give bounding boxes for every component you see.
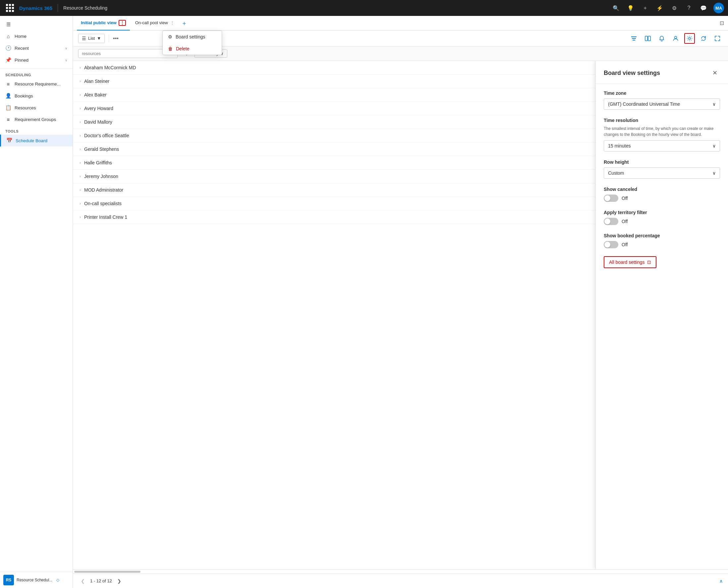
- app-name[interactable]: Dynamics 365: [19, 5, 52, 11]
- booked-percentage-field: Show booked percentage Off: [604, 233, 720, 248]
- list-icon: ☰: [82, 36, 86, 41]
- gear-settings-icon[interactable]: [684, 33, 695, 44]
- diamond-icon: ◇: [56, 578, 59, 582]
- notify-icon[interactable]: [657, 33, 667, 44]
- add-icon[interactable]: ＋: [641, 3, 650, 13]
- expand-icon[interactable]: [712, 33, 723, 44]
- toggle-thumb: [604, 241, 611, 248]
- tab-bar: Initial public view ⋮ On-call pool view …: [73, 16, 728, 30]
- view-toggle-button[interactable]: ☰ List ▼: [78, 34, 105, 43]
- settings-icon[interactable]: ⚙: [670, 3, 679, 13]
- refresh-icon[interactable]: [698, 33, 709, 44]
- resource-name: Abraham McCormick MD: [84, 65, 136, 70]
- person-icon[interactable]: [670, 33, 681, 44]
- row-height-chevron: ∨: [712, 170, 716, 176]
- view-label: List: [88, 36, 95, 41]
- next-page-button[interactable]: ❯: [115, 577, 124, 585]
- sidebar: ☰ ⌂ Home 🕐 Recent ∨ 📌 Pinned ∨ Schedulin…: [0, 16, 73, 588]
- time-resolution-chevron: ∨: [712, 143, 716, 148]
- timezone-select[interactable]: (GMT) Coordinated Universal Time ∨: [604, 99, 720, 110]
- sidebar-label-recent: Recent: [15, 46, 29, 51]
- context-menu-board-settings[interactable]: ⚙ Board settings: [163, 31, 222, 43]
- avatar[interactable]: MA: [713, 3, 724, 13]
- top-nav: Dynamics 365 Resource Scheduling 🔍 💡 ＋ ⚡…: [0, 0, 728, 16]
- top-nav-right: 🔍 💡 ＋ ⚡ ⚙ ? 💬 MA: [612, 3, 724, 13]
- item-chevron: ›: [80, 215, 81, 219]
- sidebar-item-bookings[interactable]: 👤 Bookings: [0, 90, 72, 102]
- settings-title: Board view settings: [604, 70, 660, 77]
- tab-screen-icon[interactable]: ⊡: [720, 20, 724, 26]
- sidebar-item-resources[interactable]: 📋 Resources: [0, 102, 72, 114]
- columns-icon[interactable]: [643, 33, 653, 44]
- pagination-bar: ❮ 1 - 12 of 12 ❯ ∧: [73, 573, 728, 588]
- recent-chevron: ∨: [65, 46, 67, 50]
- toolbar-more-button[interactable]: •••: [113, 36, 119, 41]
- timezone-field: Time zone (GMT) Coordinated Universal Ti…: [604, 90, 720, 110]
- resource-name: Jeremy Johnson: [84, 174, 118, 179]
- settings-header: Board view settings ✕: [596, 61, 728, 84]
- timezone-chevron: ∨: [712, 101, 716, 107]
- nav-divider: [58, 4, 58, 12]
- pagination-nav: ❮ 1 - 12 of 12 ❯: [78, 577, 124, 585]
- lightbulb-icon[interactable]: 💡: [626, 3, 635, 13]
- svg-point-5: [675, 36, 677, 39]
- search-icon[interactable]: 🔍: [612, 3, 621, 13]
- context-menu: ⚙ Board settings 🗑 Delete: [163, 30, 222, 55]
- delete-label: Delete: [176, 46, 189, 51]
- sidebar-footer: RS Resource Schedul... ◇: [0, 572, 72, 588]
- schedule-board-icon: 📅: [6, 138, 12, 144]
- chat-icon[interactable]: 💬: [699, 3, 708, 13]
- tab-add-button[interactable]: ＋: [181, 19, 187, 27]
- territory-toggle[interactable]: [604, 218, 618, 225]
- row-height-field: Row height Custom ∨: [604, 160, 720, 178]
- resource-name: Alan Steiner: [84, 79, 109, 84]
- toolbar-separator: [109, 35, 109, 42]
- sidebar-item-recent[interactable]: 🕐 Recent ∨: [0, 42, 72, 54]
- delete-icon: 🗑: [168, 46, 173, 51]
- tab-options-icon[interactable]: ⋮: [170, 20, 175, 25]
- sidebar-label-requirements: Resource Requireme...: [15, 82, 61, 86]
- collapse-button[interactable]: ∧: [720, 579, 723, 584]
- prev-page-button[interactable]: ❮: [78, 577, 87, 585]
- sidebar-hamburger[interactable]: ☰: [0, 19, 72, 30]
- tab-label-initial: Initial public view: [81, 20, 116, 25]
- show-canceled-toggle[interactable]: [604, 194, 618, 202]
- sidebar-item-requirement-groups[interactable]: ≡ Requirement Groups: [0, 114, 72, 125]
- list-panel: › Abraham McCormick MD › Alan Steiner › …: [73, 61, 728, 569]
- all-board-settings-button[interactable]: All board settings ⊡: [604, 256, 657, 268]
- filter-icon[interactable]: ⚡: [655, 3, 664, 13]
- board-view-settings-panel: Board view settings ✕ Time zone (GMT) Co…: [596, 61, 728, 569]
- sidebar-item-schedule-board[interactable]: 📅 Schedule Board: [0, 134, 72, 147]
- horizontal-scrollbar[interactable]: [73, 569, 728, 573]
- toggle-thumb: [604, 218, 611, 224]
- time-resolution-select[interactable]: 15 minutes ∨: [604, 140, 720, 151]
- scheduling-section: Scheduling: [0, 69, 72, 78]
- resource-name: David Mallory: [84, 119, 112, 125]
- svg-rect-2: [633, 40, 635, 40]
- waffle-menu[interactable]: [4, 2, 16, 14]
- svg-rect-1: [632, 38, 636, 39]
- booked-percentage-label: Show booked percentage: [604, 233, 720, 238]
- timezone-value: (GMT) Coordinated Universal Time: [608, 101, 680, 107]
- settings-close-button[interactable]: ✕: [709, 68, 720, 78]
- screen-icon: ⊡: [720, 20, 724, 26]
- tab-on-call-pool[interactable]: On-call pool view ⋮: [131, 16, 178, 30]
- item-chevron: ›: [80, 201, 81, 206]
- filter-view-icon[interactable]: [628, 33, 639, 44]
- board-settings-icon: ⚙: [168, 34, 172, 39]
- help-icon[interactable]: ?: [684, 3, 693, 13]
- tab-initial-public-view[interactable]: Initial public view ⋮: [77, 16, 130, 30]
- settings-body: Time zone (GMT) Coordinated Universal Ti…: [596, 84, 728, 275]
- booked-toggle[interactable]: [604, 241, 618, 248]
- sidebar-item-home[interactable]: ⌂ Home: [0, 30, 72, 42]
- context-menu-delete[interactable]: 🗑 Delete: [163, 43, 222, 55]
- scrollbar-thumb[interactable]: [74, 571, 141, 573]
- sidebar-item-pinned[interactable]: 📌 Pinned ∨: [0, 54, 72, 66]
- tab-more-button[interactable]: ⋮: [119, 20, 126, 26]
- all-settings-icon: ⊡: [647, 259, 651, 265]
- timezone-label: Time zone: [604, 90, 720, 96]
- home-icon: ⌂: [5, 34, 11, 39]
- row-height-select[interactable]: Custom ∨: [604, 167, 720, 178]
- booked-state: Off: [622, 242, 627, 247]
- sidebar-item-resource-requirements[interactable]: ≡ Resource Requireme...: [0, 78, 72, 90]
